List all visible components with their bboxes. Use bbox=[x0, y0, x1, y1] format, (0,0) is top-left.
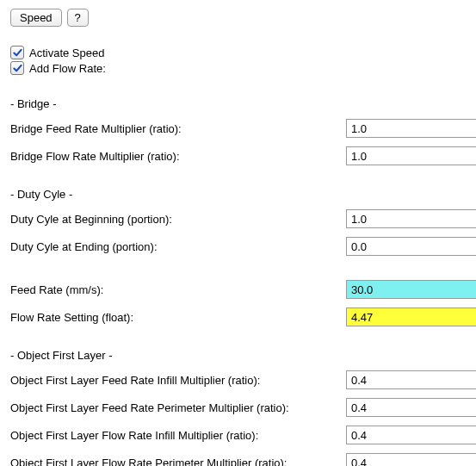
bridge-feed-mult-input[interactable] bbox=[346, 119, 476, 138]
activate-speed-checkbox[interactable] bbox=[10, 46, 24, 59]
activate-speed-label: Activate Speed bbox=[29, 47, 104, 59]
speed-button[interactable]: Speed bbox=[10, 9, 62, 27]
check-icon bbox=[13, 64, 22, 73]
bridge-flow-mult-input[interactable] bbox=[346, 146, 476, 165]
add-flow-rate-label: Add Flow Rate: bbox=[29, 62, 106, 75]
ofl-flow-perimeter-input[interactable] bbox=[346, 453, 476, 466]
ofl-flow-infill-input[interactable] bbox=[346, 426, 476, 444]
ofl-flow-perimeter-label: Object First Layer Flow Rate Perimeter M… bbox=[10, 457, 346, 467]
ofl-feed-perimeter-input[interactable] bbox=[346, 398, 476, 417]
duty-end-input[interactable] bbox=[346, 237, 476, 256]
duty-end-label: Duty Cyle at Ending (portion): bbox=[10, 240, 346, 253]
bridge-header: - Bridge - bbox=[10, 97, 466, 110]
first-layer-header: - Object First Layer - bbox=[10, 349, 466, 362]
flow-rate-label: Flow Rate Setting (float): bbox=[10, 311, 346, 324]
duty-header: - Duty Cyle - bbox=[10, 188, 466, 201]
ofl-feed-perimeter-label: Object First Layer Feed Rate Perimeter M… bbox=[10, 401, 346, 414]
feed-rate-label: Feed Rate (mm/s): bbox=[10, 283, 346, 296]
bridge-feed-mult-label: Bridge Feed Rate Multiplier (ratio): bbox=[10, 122, 346, 135]
feed-rate-input[interactable] bbox=[346, 280, 476, 299]
bridge-flow-mult-label: Bridge Flow Rate Multiplier (ratio): bbox=[10, 150, 346, 163]
help-button[interactable]: ? bbox=[67, 9, 89, 27]
flow-rate-input[interactable] bbox=[346, 308, 476, 326]
ofl-flow-infill-label: Object First Layer Flow Rate Infill Mult… bbox=[10, 429, 346, 442]
add-flow-rate-checkbox[interactable] bbox=[10, 61, 24, 75]
check-icon bbox=[13, 48, 22, 58]
ofl-feed-infill-input[interactable] bbox=[346, 370, 476, 389]
duty-begin-input[interactable] bbox=[346, 209, 476, 228]
duty-begin-label: Duty Cyle at Beginning (portion): bbox=[10, 213, 346, 226]
ofl-feed-infill-label: Object First Layer Feed Rate Infill Mult… bbox=[10, 374, 346, 387]
